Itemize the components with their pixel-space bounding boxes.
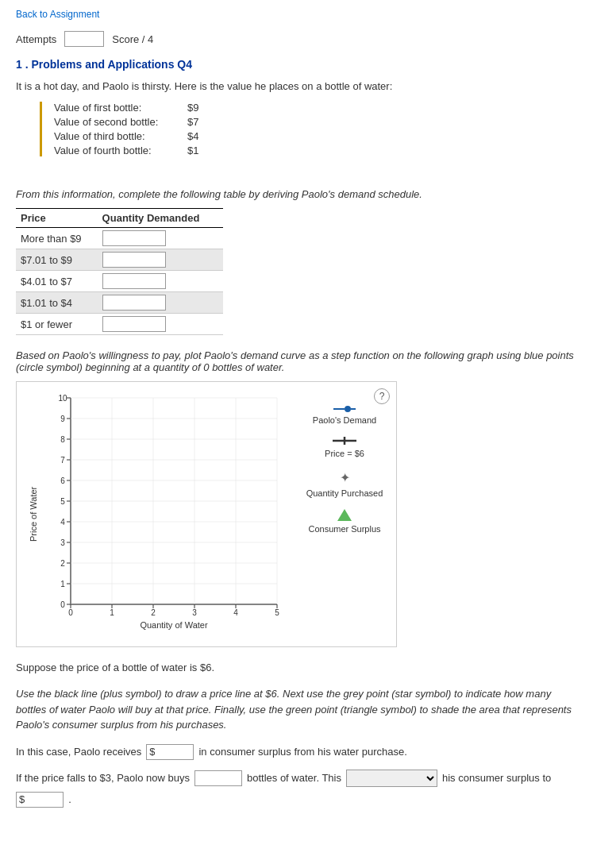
star-svg: ✦ — [337, 469, 352, 485]
qty-cell-5 — [98, 314, 224, 335]
legend-price-line: Price = $6 — [301, 436, 388, 458]
question-title: 1 . Problems and Applications Q4 — [16, 58, 577, 71]
top-nav: Back to Assignment — [16, 8, 577, 20]
svg-text:0: 0 — [68, 608, 73, 617]
qty-cell-1 — [98, 228, 224, 249]
value-amount-1: $9 — [187, 102, 198, 114]
falls-text-3: his consumer surplus to — [442, 772, 551, 784]
falls-dropdown[interactable]: increases decreases does not change — [346, 770, 437, 787]
help-icon[interactable]: ? — [374, 388, 390, 404]
back-to-assignment-link[interactable]: Back to Assignment — [16, 9, 99, 20]
consumer-surplus-text-2: in consumer surplus from his water purch… — [198, 746, 406, 758]
star-icon: ✦ — [337, 469, 352, 485]
falls-surplus-input[interactable] — [25, 793, 60, 807]
svg-text:10: 10 — [58, 394, 67, 403]
dollar-sign-1: $ — [149, 746, 155, 758]
use-instruction: Use the black line (plus symbol) to draw… — [16, 686, 577, 733]
consumer-surplus-row: In this case, Paolo receives $ in consum… — [16, 744, 577, 760]
svg-text:2: 2 — [60, 559, 65, 568]
svg-text:9: 9 — [60, 415, 65, 423]
svg-text:7: 7 — [60, 456, 65, 465]
svg-text:6: 6 — [60, 476, 65, 485]
value-row-4: Value of fourth bottle: $1 — [54, 145, 577, 156]
demand-table: Price Quantity Demanded More than $9 $7.… — [16, 208, 223, 335]
table-row: $4.01 to $7 — [16, 271, 223, 292]
legend-consumer-surplus-label: Consumer Surplus — [308, 524, 380, 534]
legend-quantity-label: Quantity Purchased — [306, 488, 383, 498]
consumer-surplus-input-wrapper: $ — [146, 744, 194, 760]
value-row-3: Value of third bottle: $4 — [54, 130, 577, 142]
svg-text:4: 4 — [60, 518, 65, 527]
svg-text:4: 4 — [233, 608, 238, 617]
value-label-4: Value of fourth bottle: — [54, 145, 181, 156]
qty-cell-3 — [98, 271, 224, 292]
falls-surplus-input-wrapper: $ — [16, 792, 64, 808]
consumer-surplus-text-1: In this case, Paolo receives — [16, 746, 141, 758]
question-intro-text: It is a hot day, and Paolo is thirsty. H… — [16, 80, 577, 92]
col-header-qty: Quantity Demanded — [98, 209, 224, 228]
consumer-surplus-input[interactable] — [155, 745, 191, 759]
graph-container: ? Price of Water 0 1 2 3 4 — [16, 381, 397, 647]
score-label: Score / 4 — [112, 33, 153, 45]
triangle-icon — [337, 509, 352, 521]
attempts-label: Attempts — [16, 33, 56, 45]
value-row-1: Value of first bottle: $9 — [54, 102, 577, 114]
falls-suffix: . — [68, 793, 71, 805]
table-row: More than $9 — [16, 228, 223, 249]
graph-instruction: Based on Paolo's willingness to pay, plo… — [16, 349, 577, 373]
legend-area: Paolo's Demand Price = $6 ✦ — [285, 390, 388, 638]
plus-icon — [333, 436, 356, 446]
table-instruction: From this information, complete the foll… — [16, 188, 577, 200]
qty-cell-4 — [98, 292, 224, 314]
svg-text:Quantity of Water: Quantity of Water — [140, 620, 208, 630]
svg-text:1: 1 — [110, 608, 114, 617]
y-axis-label: Price of Water — [25, 390, 39, 638]
attempts-row: Attempts Score / 4 — [16, 31, 577, 47]
legend-consumer-surplus: Consumer Surplus — [301, 509, 388, 534]
qty-input-4[interactable] — [102, 295, 166, 311]
dollar-sign-2: $ — [19, 793, 25, 805]
price-cell-4: $1.01 to $4 — [16, 292, 98, 314]
svg-text:3: 3 — [60, 538, 65, 547]
svg-text:3: 3 — [192, 608, 197, 617]
qty-input-3[interactable] — [102, 273, 166, 289]
value-amount-3: $4 — [187, 130, 198, 142]
price-cell-3: $4.01 to $7 — [16, 271, 98, 292]
legend-price-label: Price = $6 — [325, 449, 364, 458]
value-amount-4: $1 — [187, 145, 198, 156]
value-amount-2: $7 — [187, 116, 198, 128]
qty-cell-2 — [98, 249, 224, 271]
falls-text-2: bottles of water. This — [247, 772, 341, 784]
falls-qty-input[interactable] — [194, 770, 242, 786]
value-label-1: Value of first bottle: — [54, 102, 181, 114]
graph-area: Price of Water 0 1 2 3 4 — [25, 390, 388, 638]
qty-input-1[interactable] — [102, 230, 166, 246]
legend-paolos-demand: Paolo's Demand — [301, 406, 388, 425]
value-label-3: Value of third bottle: — [54, 130, 181, 142]
svg-text:5: 5 — [275, 608, 279, 617]
table-row: $7.01 to $9 — [16, 249, 223, 271]
falls-text-1: If the price falls to $3, Paolo now buys — [16, 772, 190, 784]
value-row-2: Value of second bottle: $7 — [54, 116, 577, 128]
legend-paolos-demand-label: Paolo's Demand — [313, 415, 376, 425]
svg-text:8: 8 — [60, 435, 65, 444]
value-label-2: Value of second bottle: — [54, 116, 181, 128]
price-cell-2: $7.01 to $9 — [16, 249, 98, 271]
svg-text:✦: ✦ — [340, 471, 350, 484]
svg-text:5: 5 — [60, 497, 65, 506]
svg-text:1: 1 — [60, 580, 65, 588]
table-row: $1 or fewer — [16, 314, 223, 335]
chart-svg-area: 0 1 2 3 4 5 6 7 8 9 — [39, 390, 285, 638]
price-cell-5: $1 or fewer — [16, 314, 98, 335]
chart-svg: 0 1 2 3 4 5 6 7 8 9 — [39, 390, 285, 636]
suppose-text: Suppose the price of a bottle of water i… — [16, 662, 577, 673]
price-cell-1: More than $9 — [16, 228, 98, 249]
col-header-price: Price — [16, 209, 98, 228]
qty-input-5[interactable] — [102, 316, 166, 332]
qty-input-2[interactable] — [102, 252, 166, 268]
attempts-input[interactable] — [64, 31, 104, 47]
blue-dot-icon — [333, 406, 356, 412]
svg-text:0: 0 — [60, 600, 65, 609]
table-row: $1.01 to $4 — [16, 292, 223, 314]
svg-text:2: 2 — [151, 608, 156, 617]
